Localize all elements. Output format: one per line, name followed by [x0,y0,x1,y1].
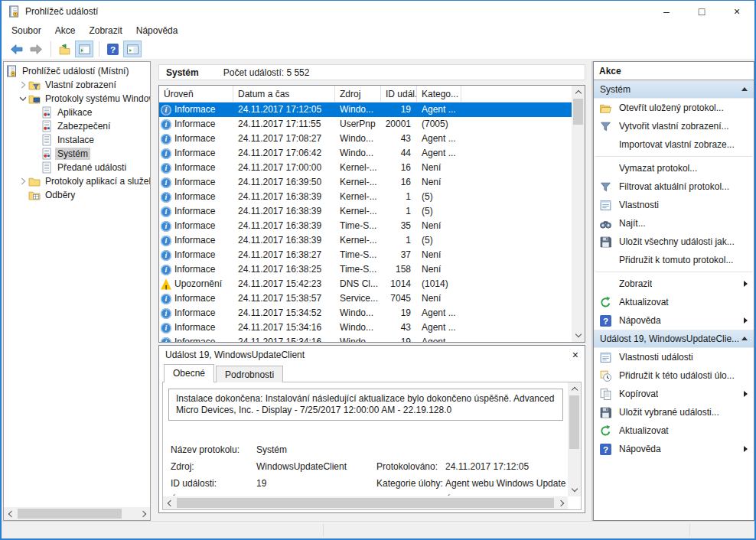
list-vertical-scrollbar[interactable] [572,86,585,342]
maximize-button[interactable]: □ [684,1,719,22]
action-section-udalost-19-windowsupdateclie[interactable]: Událost 19, WindowsUpdateClie... [594,330,754,348]
scroll-down-icon[interactable] [568,483,581,496]
table-row[interactable]: iInformace24.11.2017 16:39:50Kernel-...1… [159,175,572,190]
action-aktualizovat[interactable]: Aktualizovat [594,421,754,440]
chevron-right-icon[interactable] [18,80,28,90]
title-bar: Prohlížeč událostí –□× [2,1,754,22]
close-button[interactable]: × [719,1,754,22]
action-pridruzit-k-tomuto-protokol[interactable]: Přidružit k tomuto protokol... [594,251,754,269]
tab-podrobnosti[interactable]: Podrobnosti [216,366,283,382]
menu-zobrazit[interactable]: Zobrazit [82,23,129,38]
back-button[interactable] [7,41,25,57]
tab-obecne[interactable]: Obecné [164,364,214,382]
column-header-katego[interactable]: Katego... [417,86,461,102]
cell-datetime: 24.11.2017 15:38:57 [233,291,335,306]
scroll-right-icon[interactable] [137,507,150,520]
scroll-up-icon[interactable] [572,86,585,99]
action-najit[interactable]: Najít... [594,214,754,233]
table-row[interactable]: iInformace24.11.2017 15:34:52Windo...19A… [159,306,572,320]
action-aktualizovat[interactable]: Aktualizovat [594,293,754,311]
minimize-button[interactable]: – [649,1,684,22]
cell-source: Kernel-... [335,175,381,190]
collapse-icon[interactable] [741,337,748,340]
action-kopirovat[interactable]: Kopírovat [594,385,754,403]
menu-soubor[interactable]: Soubor [5,23,48,38]
table-row[interactable]: iInformace24.11.2017 17:11:55UserPnp2000… [159,117,572,132]
action-label: Najít... [619,218,646,229]
export-button[interactable] [55,41,73,57]
action-pridruzit-k-teto-udalosti-ulo[interactable]: Přidružit k této události úlo... [594,366,754,385]
tree-item-odbery[interactable]: Odběry [4,188,150,202]
scroll-left-icon[interactable] [163,496,176,509]
action-zobrazit[interactable]: Zobrazit [594,275,754,293]
table-row[interactable]: iInformace24.11.2017 15:38:57Service...7… [159,291,572,306]
column-header-datum-a-cas[interactable]: Datum a čas [233,86,335,102]
action-label: Nápověda [619,315,661,326]
log-header-bar: Systém Počet událostí: 5 552 [158,64,585,80]
table-row[interactable]: iInformace24.11.2017 17:00:00Kernel-...1… [159,161,572,175]
action-ulozit-vsechny-udalosti-jak[interactable]: Uložit všechny události jak... [594,233,754,251]
action-importovat-vlastni-zobraze[interactable]: Importovat vlastní zobraze... [594,135,754,154]
tree-item-aplikace[interactable]: Aplikace [4,106,150,119]
chevron-down-icon[interactable] [18,93,28,104]
cell-category: Agent ... [417,335,461,342]
table-row[interactable]: iInformace24.11.2017 17:12:05Windo...19A… [159,102,572,117]
table-row[interactable]: iInformace24.11.2017 16:38:39Kernel-...1… [159,233,572,248]
table-row[interactable]: iInformace24.11.2017 16:38:39Kernel-...1… [159,190,572,204]
tree-item-prohlizec-udalosti-mistni[interactable]: Prohlížeč událostí (Místní) [4,64,150,78]
chevron-right-icon[interactable] [18,176,28,187]
scrollbar-thumb[interactable] [18,509,122,519]
scroll-right-icon[interactable] [555,496,568,509]
menu-akce[interactable]: Akce [48,23,83,38]
scroll-down-icon[interactable] [572,329,585,342]
action-vymazat-protokol[interactable]: Vymazat protokol... [594,159,754,177]
table-row[interactable]: iInformace24.11.2017 16:38:25Time-S...15… [159,262,572,277]
table-row[interactable]: iInformace24.11.2017 15:34:16Windo...43A… [159,320,572,335]
scrollbar-thumb[interactable] [573,99,583,125]
column-header-id-udal[interactable]: ID udál... [381,86,417,102]
detail-horizontal-scrollbar[interactable] [163,496,568,509]
table-row[interactable]: iInformace24.11.2017 17:06:42Windo...44A… [159,146,572,161]
action-vlastnosti[interactable]: Vlastnosti [594,196,754,214]
action-napoveda[interactable]: ?Nápověda [594,311,754,330]
table-row[interactable]: iInformace24.11.2017 17:08:27Windo...43A… [159,132,572,146]
tree-item-vlastni-zobrazeni[interactable]: Vlastní zobrazení [4,78,150,92]
action-otevrit-ulozeny-protokol[interactable]: Otevřít uložený protokol... [594,99,754,117]
tree-item-protokoly-aplikaci-a-sluzeb[interactable]: Protokoly aplikací a služeb [4,174,150,188]
console-button[interactable] [75,41,93,57]
column-header-zdroj[interactable]: Zdroj [335,86,381,102]
tree-item-system[interactable]: Systém [4,147,150,161]
close-icon[interactable]: × [572,350,578,360]
scroll-left-icon[interactable] [4,507,17,520]
field-label: ID události: [171,475,256,492]
action-vytvorit-vlastni-zobrazeni[interactable]: Vytvořit vlastní zobrazení... [594,117,754,135]
tree-horizontal-scrollbar[interactable] [4,507,150,520]
tree-item-protokoly-systemu-windows[interactable]: Protokoly systému Windows [4,92,150,106]
table-row[interactable]: iInformace24.11.2017 16:38:39Time-S...35… [159,219,572,233]
help-button[interactable]: ? [103,41,122,57]
action-section-system[interactable]: Systém [594,80,754,99]
tree-item-zabezpeceni[interactable]: Zabezpečení [4,119,150,133]
table-row[interactable]: iInformace24.11.2017 16:38:27Time-S...37… [159,248,572,262]
table-row[interactable]: iInformace24.11.2017 16:38:39Kernel-...1… [159,204,572,219]
cell-source: Windo... [335,306,381,320]
table-row[interactable]: iInformace24.11.2017 15:34:16Windo...19A… [159,335,572,342]
table-row[interactable]: !Upozornění24.11.2017 15:42:23DNS Cl...1… [159,277,572,291]
action-vlastnosti-udalosti[interactable]: Vlastnosti události [594,348,754,366]
scroll-up-icon[interactable] [568,382,581,395]
forward-button[interactable] [27,41,45,57]
scrollbar-thumb[interactable] [177,498,554,508]
detail-vertical-scrollbar[interactable] [568,382,581,496]
cell-level: iInformace [159,190,233,204]
tree-item-instalace[interactable]: Instalace [4,133,150,147]
actionpane-button[interactable] [123,41,142,57]
column-header-uroven[interactable]: Úroveň [159,86,233,102]
action-filtrovat-aktualni-protokol[interactable]: Filtrovat aktuální protokol... [594,177,754,196]
scrollbar-thumb[interactable] [569,395,579,449]
tree-item-predane-udalosti[interactable]: Předané události [4,161,150,174]
collapse-icon[interactable] [741,87,748,91]
action-ulozit-vybrane-udalosti[interactable]: Uložit vybrané události... [594,403,754,421]
toolbar-separator [99,41,99,57]
action-napoveda[interactable]: ?Nápověda [594,440,754,458]
menu-napoveda[interactable]: Nápověda [129,23,185,38]
